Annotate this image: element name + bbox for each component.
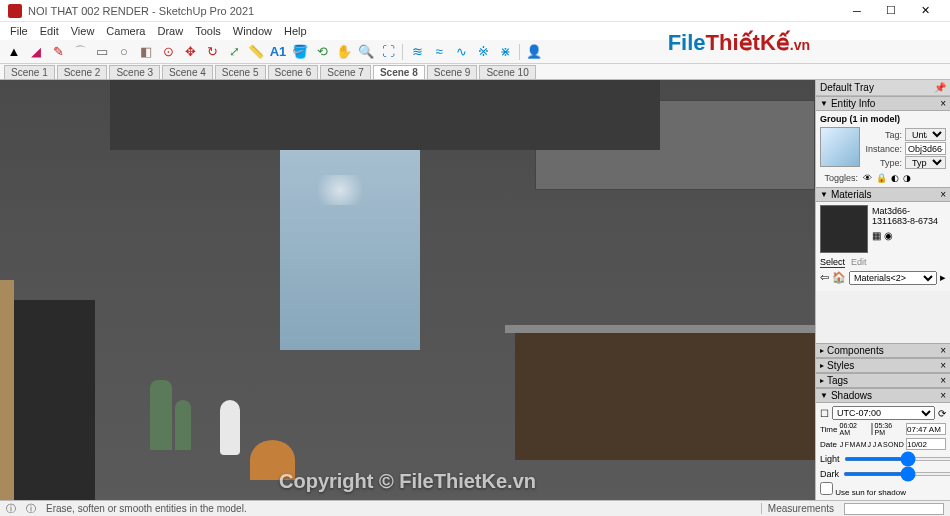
panel-materials[interactable]: ▼ Materials × [816, 187, 950, 202]
menu-file[interactable]: File [4, 23, 34, 39]
dark-slider[interactable] [843, 472, 950, 476]
material-lib-select[interactable]: Materials<2> [849, 271, 937, 285]
time-slider[interactable] [871, 423, 873, 435]
entity-info-body: Group (1 in model) Tag: Untagged Instanc… [816, 111, 950, 187]
material-menu-icon[interactable]: ▸ [940, 271, 946, 285]
materials-select-tab[interactable]: Select [820, 257, 845, 268]
scene-tab-10[interactable]: Scene 10 [479, 65, 535, 79]
measurements-input[interactable] [844, 503, 944, 515]
zoom-extents-tool[interactable]: ⛶ [378, 42, 398, 62]
type-select[interactable]: Type: <undefined> [905, 156, 946, 169]
shadow-toggle-icon[interactable]: ☐ [820, 408, 829, 419]
maximize-button[interactable]: ☐ [874, 0, 908, 22]
menu-camera[interactable]: Camera [100, 23, 151, 39]
material-name: Mat3d66-1311683-8-6734 [872, 206, 946, 226]
vray-tool-3[interactable]: ∿ [451, 42, 471, 62]
offset-tool[interactable]: ⊙ [158, 42, 178, 62]
timezone-select[interactable]: UTC-07:00 [832, 406, 935, 420]
vray-tool-4[interactable]: ※ [473, 42, 493, 62]
menu-draw[interactable]: Draw [151, 23, 189, 39]
watermark-text: Copyright © FileThietKe.vn [279, 470, 536, 493]
tag-select[interactable]: Untagged [905, 128, 946, 141]
material-home-icon[interactable]: 🏠 [832, 271, 846, 285]
pushpull-tool[interactable]: ◧ [136, 42, 156, 62]
scene-tab-5[interactable]: Scene 5 [215, 65, 266, 79]
circle-tool[interactable]: ○ [114, 42, 134, 62]
app-icon [8, 4, 22, 18]
menu-edit[interactable]: Edit [34, 23, 65, 39]
panel-components[interactable]: ▸Components× [816, 343, 950, 358]
scene-tab-4[interactable]: Scene 4 [162, 65, 213, 79]
materials-body: Mat3d66-1311683-8-6734 ▦ ◉ Select Edit ⇦… [816, 202, 950, 291]
vray-tool-2[interactable]: ≈ [429, 42, 449, 62]
status-icon-1[interactable]: ⓘ [6, 502, 16, 516]
panel-tags[interactable]: ▸Tags× [816, 373, 950, 388]
panel-close-icon[interactable]: × [940, 98, 946, 109]
orbit-tool[interactable]: ⟲ [312, 42, 332, 62]
eraser-tool[interactable]: ◢ [26, 42, 46, 62]
scene-tab-3[interactable]: Scene 3 [109, 65, 160, 79]
menu-tools[interactable]: Tools [189, 23, 227, 39]
material-back-icon[interactable]: ⇦ [820, 271, 829, 285]
time-input[interactable] [906, 423, 946, 435]
line-tool[interactable]: ✎ [48, 42, 68, 62]
text-tool[interactable]: A1 [268, 42, 288, 62]
material-create-icon[interactable]: ▦ [872, 230, 881, 241]
toolbar-separator [519, 44, 520, 60]
vray-tool-5[interactable]: ⋇ [495, 42, 515, 62]
zoom-tool[interactable]: 🔍 [356, 42, 376, 62]
toggle-shadow2-icon[interactable]: ◑ [903, 173, 911, 183]
scene-tab-8[interactable]: Scene 8 [373, 65, 425, 79]
menu-window[interactable]: Window [227, 23, 278, 39]
toggle-shadow-icon[interactable]: ◐ [891, 173, 899, 183]
panel-styles[interactable]: ▸Styles× [816, 358, 950, 373]
close-button[interactable]: ✕ [908, 0, 942, 22]
vray-tool-1[interactable]: ≋ [407, 42, 427, 62]
panel-entity-info[interactable]: ▼ Entity Info × [816, 96, 950, 111]
minimize-button[interactable]: ─ [840, 0, 874, 22]
default-tray: Default Tray 📌 ▼ Entity Info × Group (1 … [815, 80, 950, 500]
3d-viewport[interactable]: Copyright © FileThietKe.vn [0, 80, 815, 500]
sun-checkbox[interactable] [820, 482, 833, 495]
menu-view[interactable]: View [65, 23, 101, 39]
material-default-icon[interactable]: ◉ [884, 230, 893, 241]
shadows-body: ☐ UTC-07:00 ⟳ Time 06:02 AM 05:36 PM Dat… [816, 403, 950, 500]
move-tool[interactable]: ✥ [180, 42, 200, 62]
scene-tab-6[interactable]: Scene 6 [268, 65, 319, 79]
date-slider[interactable]: JFMAMJJASOND [839, 441, 904, 448]
scene-tab-2[interactable]: Scene 2 [57, 65, 108, 79]
toggle-visible-icon[interactable]: 👁 [863, 173, 872, 183]
brand-watermark: FileThiếtKế.vn [668, 30, 810, 56]
rotate-tool[interactable]: ↻ [202, 42, 222, 62]
tray-header[interactable]: Default Tray 📌 [816, 80, 950, 96]
light-slider[interactable] [844, 457, 950, 461]
scale-tool[interactable]: ⤢ [224, 42, 244, 62]
tape-tool[interactable]: 📏 [246, 42, 266, 62]
panel-shadows[interactable]: ▼Shadows× [816, 388, 950, 403]
status-icon-2[interactable]: ⓘ [26, 502, 36, 516]
entity-thumbnail[interactable] [820, 127, 860, 167]
rectangle-tool[interactable]: ▭ [92, 42, 112, 62]
paint-tool[interactable]: 🪣 [290, 42, 310, 62]
scene-tab-9[interactable]: Scene 9 [427, 65, 478, 79]
measurements-label: Measurements [761, 503, 834, 514]
select-tool[interactable]: ▲ [4, 42, 24, 62]
scene-tab-7[interactable]: Scene 7 [320, 65, 371, 79]
instance-input[interactable] [905, 142, 946, 155]
scene-tab-1[interactable]: Scene 1 [4, 65, 55, 79]
pan-tool[interactable]: ✋ [334, 42, 354, 62]
collapse-icon: ▼ [820, 99, 828, 108]
scene-tabs: Scene 1 Scene 2 Scene 3 Scene 4 Scene 5 … [0, 64, 950, 80]
material-thumbnail[interactable] [820, 205, 868, 253]
main-area: Copyright © FileThietKe.vn Default Tray … [0, 80, 950, 500]
tray-pin-icon[interactable]: 📌 [934, 82, 946, 93]
date-input[interactable] [906, 438, 946, 450]
person-tool[interactable]: 👤 [524, 42, 544, 62]
shadow-refresh-icon[interactable]: ⟳ [938, 408, 946, 419]
menu-help[interactable]: Help [278, 23, 313, 39]
panel-close-icon[interactable]: × [940, 189, 946, 200]
arc-tool[interactable]: ⌒ [70, 42, 90, 62]
materials-edit-tab[interactable]: Edit [851, 257, 867, 268]
scene-render [0, 80, 815, 500]
toggle-lock-icon[interactable]: 🔒 [876, 173, 887, 183]
